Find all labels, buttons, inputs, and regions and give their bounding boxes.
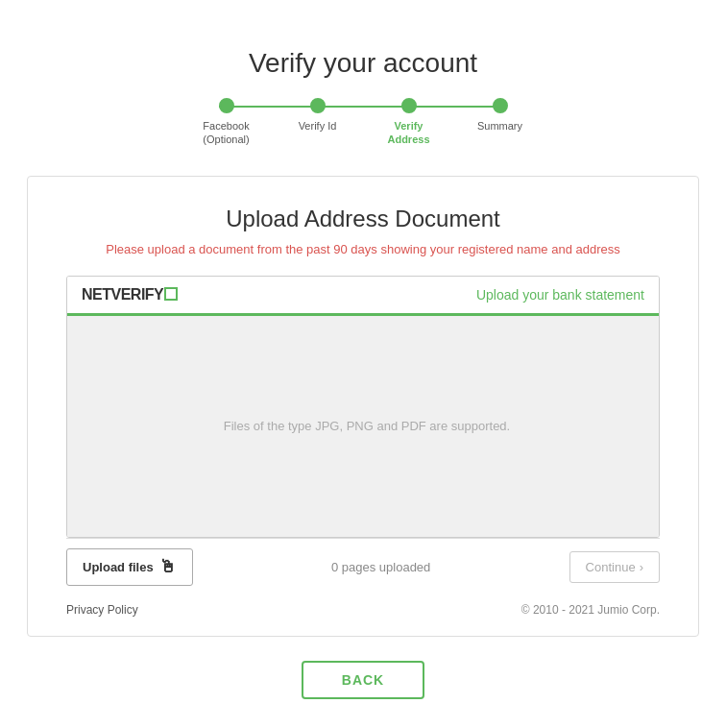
cursor-icon: 🖱 [159, 557, 177, 577]
main-card: Upload Address Document Please upload a … [27, 176, 699, 637]
pages-uploaded: 0 pages uploaded [331, 560, 430, 574]
upload-files-label: Upload files [83, 560, 154, 574]
step-label-facebook: Facebook(Optional) [203, 119, 249, 147]
upload-files-button[interactable]: Upload files 🖱 [66, 548, 193, 586]
privacy-policy-link[interactable]: Privacy Policy [66, 603, 138, 617]
step-dot-summary [493, 98, 508, 113]
progress-bar: Facebook(Optional) Verify Id VerifyAddre… [181, 98, 545, 147]
step-summary: Summary [454, 98, 545, 133]
netverify-section: NETVERIFY Upload your bank statement F [66, 276, 660, 538]
netverify-logo-icon [164, 287, 178, 301]
step-verify-address: VerifyAddress [363, 98, 454, 147]
upload-footer: Upload files 🖱 0 pages uploaded Continue… [66, 538, 660, 595]
step-label-summary: Summary [477, 119, 522, 133]
step-label-verify-address: VerifyAddress [387, 119, 429, 147]
footer-links: Privacy Policy © 2010 - 2021 Jumio Corp. [66, 595, 660, 617]
upload-bank-statement-link[interactable]: Upload your bank statement [476, 287, 644, 303]
step-verify-id: Verify Id [272, 98, 363, 133]
netverify-logo: NETVERIFY [82, 286, 178, 303]
step-label-verify-id: Verify Id [299, 119, 337, 133]
back-button[interactable]: BACK [302, 661, 424, 699]
page-title: Verify your account [249, 48, 477, 79]
page-wrapper: Verify your account Facebook(Optional) V… [19, 19, 707, 728]
continue-label: Continue [586, 560, 636, 574]
continue-button[interactable]: Continue › [569, 551, 660, 583]
upload-area: Files of the type JPG, PNG and PDF are s… [67, 316, 659, 537]
step-dot-facebook [219, 98, 234, 113]
netverify-header: NETVERIFY Upload your bank statement [67, 277, 659, 316]
step-dot-verify-address [401, 98, 417, 113]
step-dot-verify-id [310, 98, 326, 113]
step-facebook: Facebook(Optional) [181, 98, 272, 147]
upload-area-text: Files of the type JPG, PNG and PDF are s… [216, 419, 510, 433]
copyright: © 2010 - 2021 Jumio Corp. [521, 603, 660, 617]
card-body: Upload Address Document Please upload a … [28, 177, 698, 636]
card-subtitle: Please upload a document from the past 9… [66, 242, 660, 256]
card-title: Upload Address Document [66, 206, 660, 232]
continue-chevron-icon: › [640, 560, 643, 574]
